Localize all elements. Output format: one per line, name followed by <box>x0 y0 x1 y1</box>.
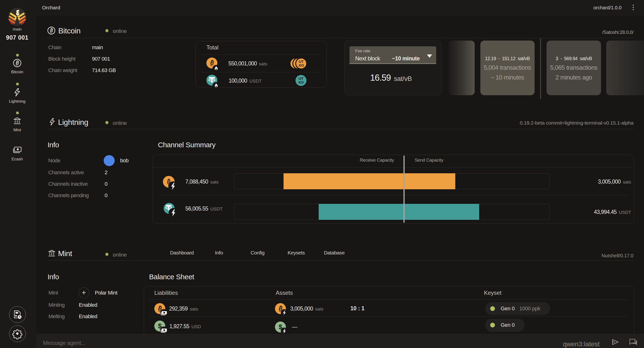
svg-text:XO: XO <box>298 80 304 84</box>
svg-text:UT: UT <box>299 59 304 63</box>
svg-text:XO: XO <box>298 63 304 67</box>
svg-text:UT: UT <box>298 76 304 80</box>
